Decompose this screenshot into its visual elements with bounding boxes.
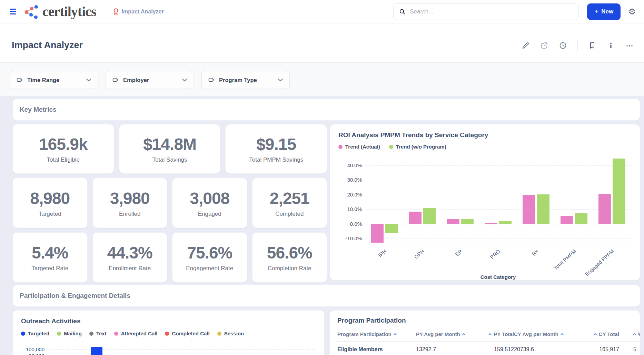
filter-employer[interactable]: Employer [106,71,194,89]
metric-value: $14.8M [143,135,196,154]
column-header-col[interactable]: % [619,331,640,337]
filter-label: Employer [123,77,149,83]
column-label: Program Participation [337,331,392,337]
legend-label: Attempted Call [121,331,158,336]
history-clock-icon[interactable] [559,41,567,50]
cell-py-total: 159,512 [482,346,514,353]
legend-label: Completed Call [172,331,209,336]
metric-card-enrollment-rate: 44.3%Enrollment Rate [92,232,168,283]
cell-program-participation: Eligible Members [337,346,416,353]
column-header-program-participation[interactable]: Program Participation [337,331,416,337]
metric-label: Total Eligible [47,156,80,163]
metric-card-completion-rate: 56.6%Completion Rate [252,232,327,283]
bar-er-trend-actual[interactable] [447,219,459,224]
bar-engaged-pppm-trend-without-program[interactable] [613,159,625,224]
legend-item-session[interactable]: Session [217,331,244,336]
roi-chart-card: ROI Analysis PMPM Trends by Service Cate… [330,124,640,281]
metric-card-total-pmpm-savings: $9.15Total PMPM Savings [225,124,327,174]
legend-item-attempted-call[interactable]: Attempted Call [114,331,158,336]
bar-rx-trend-without-program[interactable] [537,194,549,224]
bar-oph-trend-actual[interactable] [409,212,422,224]
plus-icon: + [595,8,599,16]
bar-pro-trend-without-program[interactable] [499,221,512,224]
bar-iph-trend-actual[interactable] [371,224,384,243]
roi-x-axis-title: Cost Category [365,274,631,280]
cell-cy-avg-per-month: 20739.6 [514,346,585,353]
new-button[interactable]: + New [587,3,621,20]
metric-label: Targeted Rate [31,265,68,272]
column-header-cy-avg-per-month[interactable]: CY Avg per Month [514,331,585,337]
edit-pencil-icon[interactable] [522,41,530,50]
legend-item-trend-w-o-program[interactable]: Trend (w/o Program) [389,144,446,150]
tag-icon [112,77,119,83]
tag-icon [16,77,23,83]
bar-pro-trend-actual[interactable] [485,223,497,224]
column-label: CY Total [599,331,619,337]
filter-time-range[interactable]: Time Range [10,71,98,89]
search-input[interactable] [410,8,573,15]
legend-dot-icon [89,332,93,336]
legend-dot-icon [114,332,118,336]
top-header: certilytics Impact Analyzer + New ⚙ [0,0,644,23]
bar-oph-trend-without-program[interactable] [423,208,436,224]
certilytics-logo[interactable]: certilytics [24,4,96,19]
x-tick-label: IPH [377,248,387,258]
gridline [49,349,315,350]
tag-icon [208,77,215,83]
settings-gear-icon[interactable]: ⚙ [628,8,636,16]
roi-legend: Trend (Actual)Trend (w/o Program) [338,144,632,150]
y-tick-label: 0.0% [338,221,362,227]
outreach-activities-card: Outreach Activities TargetedMailingTextA… [12,310,325,355]
legend-item-mailing[interactable]: Mailing [57,331,82,336]
bar-rx-trend-actual[interactable] [523,195,535,224]
bar-er-trend-without-program[interactable] [461,219,474,224]
legend-item-completed-call[interactable]: Completed Call [165,331,209,336]
roi-plot-area: -10.0%0.0%10.0%20.0%30.0%40.0%IPHOPHERPR… [365,156,631,244]
menu-icon[interactable] [9,7,17,16]
bar-engaged-pppm-trend-actual[interactable] [598,194,611,224]
outreach-legend: TargetedMailingTextAttempted CallComplet… [21,331,316,336]
gridline [365,165,631,166]
filter-label: Time Range [27,77,59,83]
filter-program-type[interactable]: Program Type [201,71,290,89]
metric-card-targeted-rate: 5.4%Targeted Rate [12,232,88,283]
legend-item-trend-actual[interactable]: Trend (Actual) [338,144,380,150]
bar-iph-trend-without-program[interactable] [385,224,398,234]
metric-value: 165.9k [39,135,88,154]
award-ribbon-icon [113,8,119,15]
metric-value: 56.6% [267,243,312,262]
filter-label: Program Type [219,77,257,83]
column-header-py-total[interactable]: PY Total [482,331,514,337]
column-header-py-avg-per-month[interactable]: PY Avg per Month [416,331,482,337]
bookmark-icon[interactable] [588,41,596,50]
legend-label: Mailing [64,331,82,336]
sort-caret-icon [633,333,636,336]
page-title: Impact Analyzer [12,40,83,51]
info-icon[interactable] [607,41,615,50]
sort-caret-icon [560,333,564,336]
y-tick-label: 100,000 [21,346,44,352]
column-header-cy-total[interactable]: CY Total [585,331,619,337]
metric-card-total-savings: $14.8MTotal Savings [119,124,221,174]
y-tick-label: 10.0% [338,206,362,212]
logo-network-icon [24,4,40,19]
sort-caret-icon [393,333,397,336]
external-link-icon[interactable] [540,41,548,50]
legend-item-targeted[interactable]: Targeted [21,331,49,336]
bar-total-pmpm-trend-without-program[interactable] [575,213,587,224]
legend-label: Trend (Actual) [345,144,380,150]
metric-card-completed: 2,251Completed [252,178,327,228]
metric-value: 3,008 [190,189,229,208]
bar-targeted[interactable] [91,347,102,355]
legend-item-text[interactable]: Text [89,331,107,336]
y-tick-label: -10.0% [338,235,362,241]
legend-label: Trend (w/o Program) [396,144,446,150]
more-ellipsis-icon[interactable] [625,41,634,50]
metric-label: Engagement Rate [186,265,233,272]
table-row[interactable]: Eligible Members13292.7159,51220739.6165… [337,346,640,353]
metric-value: $9.15 [256,135,296,154]
x-tick-label: Engaged PPPM [584,248,615,277]
breadcrumb[interactable]: Impact Analyzer [113,8,164,15]
bar-total-pmpm-trend-actual[interactable] [561,216,573,224]
sort-caret-icon [462,333,465,336]
